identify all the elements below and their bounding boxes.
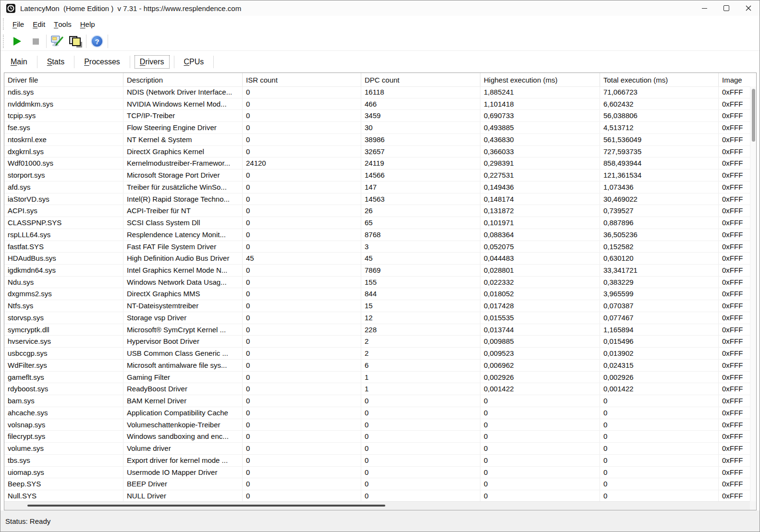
options-icon xyxy=(51,35,64,48)
tab-cpus[interactable]: CPUs xyxy=(179,55,209,69)
cell-description: BEEP Driver xyxy=(123,478,243,490)
cell-image: 0xFFF xyxy=(719,407,750,419)
table-row[interactable]: dxgmms2.sys DirectX Graphics MMS 0 844 0… xyxy=(4,288,750,300)
table-row[interactable]: tbs.sys Export driver for kernel mode ..… xyxy=(4,455,750,467)
vertical-scrollbar[interactable] xyxy=(750,86,756,501)
start-monitor-button[interactable] xyxy=(8,34,26,49)
horizontal-scrollbar-thumb[interactable] xyxy=(27,505,385,507)
minimize-icon xyxy=(702,8,707,9)
cell-highest-execution: 0,148174 xyxy=(480,193,600,205)
table-row[interactable]: HDAudBus.sys High Definition Audio Bus D… xyxy=(4,253,750,265)
table-row[interactable]: gameflt.sys Gaming Filter 0 1 0,002926 0… xyxy=(4,372,750,384)
table-row[interactable]: filecrypt.sys Windows sandboxing and enc… xyxy=(4,431,750,443)
table-row[interactable]: tcpip.sys TCP/IP-Treiber 0 3459 0,690733… xyxy=(4,110,750,122)
table-row[interactable]: Beep.SYS BEEP Driver 0 0 0 0 0xFFF xyxy=(4,478,750,490)
column-header-description[interactable]: Description xyxy=(123,73,243,86)
cell-highest-execution: 0,088364 xyxy=(480,229,600,241)
table-row[interactable]: symcryptk.dll Microsoft® SymCrypt Kernel… xyxy=(4,324,750,336)
table-row[interactable]: Wdf01000.sys Kernelmodustreiber-Framewor… xyxy=(4,157,750,169)
column-header-highest-execution[interactable]: Highest execution (ms) xyxy=(480,73,600,86)
tab-processes[interactable]: Processes xyxy=(79,55,125,69)
cell-dpc-count: 147 xyxy=(361,181,480,193)
table-row[interactable]: fse.sys Flow Steering Engine Driver 0 30… xyxy=(4,122,750,134)
menu-tools[interactable]: Tools xyxy=(49,16,76,32)
tab-main[interactable]: Main xyxy=(5,55,33,69)
cell-highest-execution: 0,028801 xyxy=(480,265,600,276)
table-row[interactable]: ntoskrnl.exe NT Kernel & System 0 38986 … xyxy=(4,134,750,146)
table-row[interactable]: iaStorVD.sys Intel(R) Rapid Storage Tech… xyxy=(4,193,750,206)
table-row[interactable]: nvlddmkm.sys NVIDIA Windows Kernel Mod..… xyxy=(4,98,750,110)
table-row[interactable]: igdkmdn64.sys Intel Graphics Kernel Mode… xyxy=(4,265,750,277)
cell-description: SCSI Class System Dll xyxy=(123,217,243,229)
cell-description: Intel(R) Rapid Storage Techno... xyxy=(123,193,243,205)
cell-description: Export driver for kernel mode ... xyxy=(123,455,243,466)
cell-total-execution: 0 xyxy=(600,407,719,419)
table-row[interactable]: ndis.sys NDIS (Network Driver Interface.… xyxy=(4,86,750,98)
cell-highest-execution: 0 xyxy=(480,395,600,407)
column-header-isr-count[interactable]: ISR count xyxy=(243,73,361,86)
cell-isr-count: 0 xyxy=(243,205,361,217)
drivers-table: Driver file Description ISR count DPC co… xyxy=(4,73,757,510)
tab-stats[interactable]: Stats xyxy=(42,55,70,69)
options-button[interactable] xyxy=(48,34,66,49)
menu-help[interactable]: Help xyxy=(76,16,99,32)
table-row[interactable]: Null.SYS NULL Driver 0 0 0 0 0xFFF xyxy=(4,490,750,501)
horizontal-scrollbar[interactable] xyxy=(4,501,750,510)
menubar-gripper[interactable] xyxy=(3,18,4,30)
table-row[interactable]: dxgkrnl.sys DirectX Graphics Kernel 0 32… xyxy=(4,146,750,158)
table-row[interactable]: afd.sys Treiber für zusätzliche WinSo...… xyxy=(4,181,750,193)
toolbar-gripper[interactable] xyxy=(3,35,4,48)
table-row[interactable]: volume.sys Volume driver 0 0 0 0 0xFFF xyxy=(4,443,750,455)
cell-dpc-count: 15 xyxy=(361,300,480,312)
table-row[interactable]: ACPI.sys ACPI-Treiber für NT 0 26 0,1318… xyxy=(4,205,750,217)
menu-file[interactable]: File xyxy=(8,16,28,32)
copy-report-button[interactable] xyxy=(66,34,85,49)
table-row[interactable]: Ntfs.sys NT-Dateisystemtreiber 0 15 0,01… xyxy=(4,300,750,312)
column-header-driver-file[interactable]: Driver file xyxy=(4,73,123,86)
menu-edit[interactable]: Edit xyxy=(28,16,49,32)
table-row[interactable]: hvservice.sys Hypervisor Boot Driver 0 2… xyxy=(4,336,750,348)
cell-image: 0xFFF xyxy=(719,205,750,217)
cell-total-execution: 1,165894 xyxy=(600,324,719,336)
cell-description: Hypervisor Boot Driver xyxy=(123,336,243,347)
table-row[interactable]: uiomap.sys Usermode IO Mapper Driver 0 0… xyxy=(4,467,750,479)
table-row[interactable]: Ndu.sys Windows Network Data Usag... 0 1… xyxy=(4,277,750,289)
cell-description: ReadyBoost Driver xyxy=(123,383,243,395)
table-row[interactable]: CLASSPNP.SYS SCSI Class System Dll 0 65 … xyxy=(4,217,750,229)
column-header-total-execution[interactable]: Total execution (ms) xyxy=(600,73,719,86)
table-row[interactable]: bam.sys BAM Kernel Driver 0 0 0 0 0xFFF xyxy=(4,395,750,407)
table-row[interactable]: rdyboost.sys ReadyBoost Driver 0 1 0,001… xyxy=(4,383,750,395)
stop-monitor-button[interactable] xyxy=(26,34,45,49)
title-bar[interactable]: LatencyMon (Home Edition ) v 7.31 - http… xyxy=(0,0,760,16)
close-button[interactable] xyxy=(737,0,760,16)
vertical-scrollbar-thumb[interactable] xyxy=(752,89,755,142)
help-button[interactable] xyxy=(88,34,106,49)
cell-highest-execution: 0 xyxy=(480,478,600,490)
minimize-button[interactable] xyxy=(693,0,715,16)
table-row[interactable]: storvsp.sys Storage vsp Driver 0 12 0,01… xyxy=(4,312,750,324)
cell-driver-file: storport.sys xyxy=(4,169,123,181)
table-row[interactable]: storport.sys Microsoft Storage Port Driv… xyxy=(4,169,750,181)
cell-dpc-count: 16118 xyxy=(361,86,480,98)
cell-dpc-count: 1 xyxy=(361,383,480,395)
table-row[interactable]: fastfat.SYS Fast FAT File System Driver … xyxy=(4,241,750,253)
cell-image: 0xFFF xyxy=(719,217,750,229)
column-header-image[interactable]: Image xyxy=(719,73,750,86)
maximize-button[interactable] xyxy=(715,0,737,16)
cell-image: 0xFFF xyxy=(719,122,750,133)
cell-driver-file: bam.sys xyxy=(4,395,123,407)
column-header-dpc-count[interactable]: DPC count xyxy=(361,73,480,86)
table-row[interactable]: rspLLL64.sys Resplendence Latency Monit.… xyxy=(4,229,750,241)
table-row[interactable]: ahcache.sys Application Compatibility Ca… xyxy=(4,407,750,419)
cell-driver-file: Ndu.sys xyxy=(4,277,123,288)
cell-isr-count: 0 xyxy=(243,419,361,431)
app-icon[interactable] xyxy=(6,4,15,13)
table-row[interactable]: WdFilter.sys Microsoft antimalware file … xyxy=(4,360,750,372)
cell-driver-file: volume.sys xyxy=(4,443,123,454)
cell-highest-execution: 0 xyxy=(480,455,600,466)
cell-dpc-count: 3459 xyxy=(361,110,480,121)
table-row[interactable]: usbccgp.sys USB Common Class Generic ...… xyxy=(4,348,750,360)
table-row[interactable]: volsnap.sys Volumeschattenkopie-Treiber … xyxy=(4,419,750,431)
cell-driver-file: dxgkrnl.sys xyxy=(4,146,123,157)
tab-drivers[interactable]: Drivers xyxy=(135,55,170,69)
